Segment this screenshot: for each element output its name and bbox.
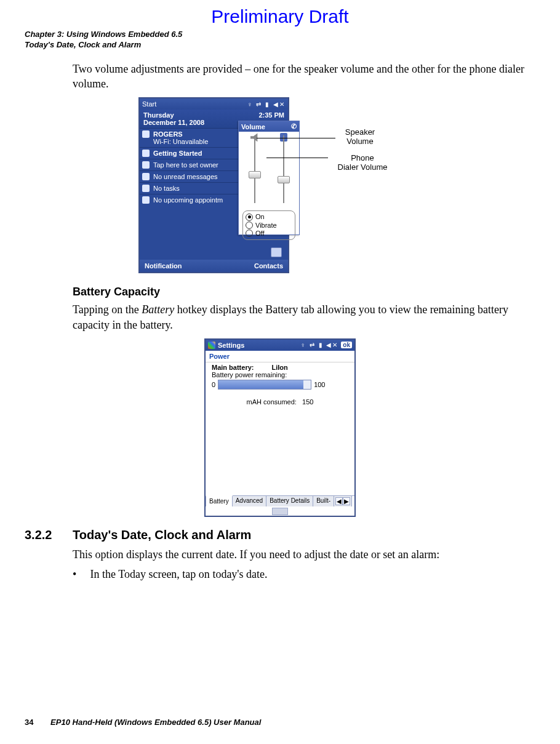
speaker-slider-thumb[interactable]	[249, 171, 261, 178]
progress-zero: 0	[212, 381, 215, 388]
callout-speaker-l2: Volume	[335, 137, 385, 146]
figure-power: Settings ♀ ⇄ ▮ ◀✕ ok Power Main battery:…	[204, 338, 356, 517]
battery-paragraph: Tapping on the Battery hotkey displays t…	[73, 302, 535, 332]
settings-label: Settings	[218, 342, 244, 349]
callout-speaker-l1: Speaker	[335, 128, 385, 137]
batt-p-pre: Tapping on the	[73, 303, 142, 316]
batt-p-em: Battery	[142, 303, 174, 316]
section-number: 3.2.2	[25, 528, 73, 542]
appts-label: No upcoming appointm	[153, 196, 223, 204]
sip-keyboard-icon[interactable]	[272, 508, 288, 515]
ringer-off-label: Off	[255, 230, 264, 238]
callout-dialer-l1: Phone	[328, 154, 397, 163]
phone-volume-icon: ✆	[291, 122, 297, 130]
mah-value: 150	[302, 398, 313, 406]
messages-label: No unread messages	[153, 173, 218, 180]
phone-today-screen: Start ♀ ⇄ ▮ ◀✕ Thursday December 11, 200…	[138, 97, 289, 273]
power-panel-title: Power	[206, 351, 354, 362]
calendar-icon	[142, 196, 150, 204]
tab-battery-details[interactable]: Battery Details	[266, 495, 313, 506]
mail-icon	[142, 173, 150, 180]
softkey-right[interactable]: Contacts	[254, 262, 283, 270]
status-icons-2: ♀ ⇄ ▮ ◀✕	[300, 342, 338, 348]
phone-topbar: Start ♀ ⇄ ▮ ◀✕	[140, 98, 288, 110]
running-header: Chapter 3: Using Windows Embedded 6.5 To…	[25, 30, 535, 50]
ringer-on-label: On	[255, 213, 265, 221]
power-tabs: Battery Advanced Battery Details Built- …	[206, 495, 354, 507]
volume-paragraph: Two volume adjustments are provided – on…	[73, 62, 535, 92]
progress-hundred: 100	[314, 381, 325, 388]
bullet-end: .	[265, 568, 268, 580]
mah-row: mAH consumed: 150	[212, 398, 348, 406]
section-line: Today's Date, Clock and Alarm	[25, 40, 535, 50]
tab-battery[interactable]: Battery	[206, 495, 233, 506]
flag-icon	[142, 150, 150, 157]
main-battery-row: Main battery: LiIon	[212, 364, 348, 371]
signal-icon	[142, 130, 150, 138]
main-battery-type: LiIon	[272, 364, 288, 371]
rogers-label: ROGERS	[153, 130, 183, 138]
ringer-off[interactable]: Off	[246, 230, 292, 238]
today-bullet: In the Today screen, tap on today's date…	[73, 568, 535, 581]
clock-time: 2:35 PM	[258, 111, 284, 119]
ok-button[interactable]: ok	[341, 342, 352, 348]
manual-title: EP10 Hand-Held (Windows Embedded 6.5) Us…	[50, 718, 261, 727]
ringer-on[interactable]: On	[246, 213, 292, 221]
section-3-2-2: 3.2.2 Today's Date, Clock and Alarm	[25, 528, 535, 542]
phone-power-screen: Settings ♀ ⇄ ▮ ◀✕ ok Power Main battery:…	[204, 338, 356, 517]
preliminary-draft-banner: Preliminary Draft	[25, 6, 535, 27]
owner-icon	[142, 161, 150, 169]
speaker-volume-slider[interactable]	[244, 135, 265, 203]
ringer-vibrate[interactable]: Vibrate	[246, 222, 292, 230]
bullet-bold: today's date	[212, 568, 265, 580]
settings-topbar: Settings ♀ ⇄ ▮ ◀✕ ok	[206, 340, 354, 351]
ringer-vibrate-label: Vibrate	[255, 222, 277, 230]
wifi-label: Wi-Fi: Unavailable	[153, 138, 208, 145]
getting-started-label: Getting Started	[153, 150, 202, 157]
bullet-pre: In the	[90, 568, 119, 580]
battery-progress-bar	[218, 380, 311, 390]
battery-progress-row: 0 100	[212, 380, 348, 390]
ringer-mode-group: On Vibrate Off	[242, 210, 295, 240]
tasks-icon	[142, 185, 150, 192]
chapter-line: Chapter 3: Using Windows Embedded 6.5	[25, 30, 535, 40]
callout-dialer-l2: Dialer Volume	[328, 163, 397, 172]
owner-label: Tap here to set owner	[153, 161, 218, 169]
windows-flag-icon[interactable]	[208, 342, 215, 349]
dialer-slider-thumb[interactable]	[278, 176, 290, 183]
bullet-mid: screen, tap on	[146, 568, 212, 580]
battery-subheading: Battery Capacity	[73, 286, 535, 298]
remaining-label: Battery power remaining:	[212, 371, 348, 378]
volume-title: Volume	[241, 123, 265, 130]
softkey-left[interactable]: Notification	[145, 262, 182, 270]
tray-icon[interactable]	[271, 247, 282, 257]
softkey-bar: Notification Contacts	[140, 260, 288, 272]
start-label[interactable]: Start	[142, 100, 156, 108]
figure-volume: Start ♀ ⇄ ▮ ◀✕ Thursday December 11, 200…	[126, 97, 434, 276]
bullet-em: Today	[118, 568, 146, 580]
callout-speaker-volume: Speaker Volume	[335, 128, 385, 146]
callout-dialer-volume: Phone Dialer Volume	[328, 154, 397, 172]
tab-scroll[interactable]: ◀▶	[334, 495, 352, 506]
section-title: Today's Date, Clock and Alarm	[73, 528, 251, 542]
page-number: 34	[25, 718, 33, 727]
today-paragraph: This option displays the current date. I…	[73, 547, 535, 562]
dialer-volume-slider[interactable]	[273, 135, 294, 203]
page-footer: 34 EP10 Hand-Held (Windows Embedded 6.5)…	[25, 718, 261, 727]
mah-label: mAH consumed:	[247, 398, 297, 406]
tab-builtin[interactable]: Built-	[313, 495, 334, 506]
tasks-label: No tasks	[153, 185, 180, 192]
tab-advanced[interactable]: Advanced	[232, 495, 266, 506]
main-battery-label: Main battery:	[212, 364, 254, 371]
status-icons: ♀ ⇄ ▮ ◀✕	[247, 101, 286, 108]
